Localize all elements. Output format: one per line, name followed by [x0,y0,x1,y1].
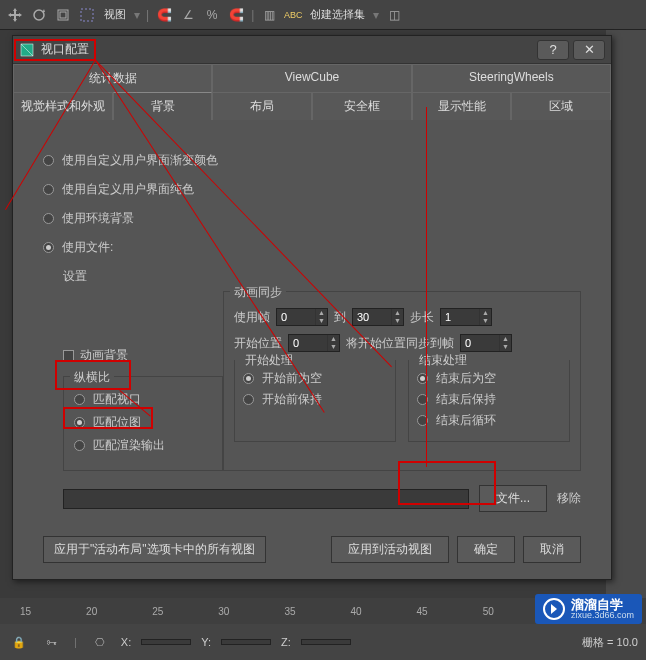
radio-label: 使用文件: [62,239,113,256]
watermark-url: zixue.3d66.com [571,611,634,620]
sync-start-label: 将开始位置同步到帧 [346,335,454,352]
radio-label: 匹配渲染输出 [93,437,165,454]
view-dropdown[interactable]: 视图 [100,7,130,22]
apply-all-button[interactable]: 应用于"活动布局"选项卡中的所有视图 [43,536,266,563]
aspect-group: 纵横比 匹配视口 匹配位图 匹配渲染输出 [63,376,223,471]
radio-end-blank[interactable]: 结束后为空 [417,370,561,387]
y-coord[interactable] [221,639,271,645]
named-sets-icon[interactable]: ▥ [258,4,280,26]
svg-rect-2 [60,12,66,18]
radio-icon [417,394,428,405]
radio-icon [43,213,54,224]
ok-button[interactable]: 确定 [457,536,515,563]
start-pos-label: 开始位置 [234,335,282,352]
radio-icon [43,242,54,253]
x-label: X: [121,636,131,648]
watermark: 溜溜自学 zixue.3d66.com [535,594,642,624]
cancel-button[interactable]: 取消 [523,536,581,563]
tab-safeframe[interactable]: 安全框 [312,92,412,120]
filter-icon[interactable]: ⎔ [89,631,111,653]
start-proc-title: 开始处理 [241,352,297,369]
scale-icon[interactable] [52,4,74,26]
mirror-icon[interactable]: ◫ [383,4,405,26]
radio-icon [243,373,254,384]
tab-background[interactable]: 背景 [113,92,213,120]
radio-icon [43,155,54,166]
file-path-input[interactable] [63,489,469,509]
radio-label: 结束后循环 [436,412,496,429]
start-pos-spinner[interactable]: ▲▼ [288,334,340,352]
frame-end-input[interactable] [353,310,391,324]
z-coord[interactable] [301,639,351,645]
angle-snap-icon[interactable]: ∠ [177,4,199,26]
tab-display-perf[interactable]: 显示性能 [412,92,512,120]
radio-icon [417,373,428,384]
radio-icon [74,440,85,451]
rotate-icon[interactable] [28,4,50,26]
radio-match-render[interactable]: 匹配渲染输出 [74,437,212,454]
viewport-config-dialog: 视口配置 ? ✕ 统计数据 ViewCube SteeringWheels 视觉… [12,35,612,580]
spinner-snap-icon[interactable]: 🧲 [225,4,247,26]
radio-start-blank[interactable]: 开始前为空 [243,370,387,387]
radio-icon [243,394,254,405]
radio-label: 结束后保持 [436,391,496,408]
radio-end-hold[interactable]: 结束后保持 [417,391,561,408]
dialog-titlebar: 视口配置 ? ✕ [13,36,611,64]
radio-label: 使用环境背景 [62,210,134,227]
anim-sync-title: 动画同步 [230,284,286,301]
y-label: Y: [201,636,211,648]
radio-env-background[interactable]: 使用环境背景 [43,210,581,227]
radio-label: 使用自定义用户界面纯色 [62,181,194,198]
radio-custom-gradient[interactable]: 使用自定义用户界面渐变颜色 [43,152,581,169]
apply-active-button[interactable]: 应用到活动视图 [331,536,449,563]
main-toolbar: 视图 ▾ | 🧲 ∠ % 🧲 | ▥ ABC 创建选择集 ▾ ◫ [0,0,646,30]
start-pos-input[interactable] [289,336,327,350]
radio-label: 结束后为空 [436,370,496,387]
radio-match-viewport[interactable]: 匹配视口 [74,391,212,408]
snap-icon[interactable]: 🧲 [153,4,175,26]
radio-start-hold[interactable]: 开始前保持 [243,391,387,408]
lock-icon[interactable]: 🔒 [8,631,30,653]
radio-match-bitmap[interactable]: 匹配位图 [74,414,212,431]
remove-button[interactable]: 移除 [557,490,581,507]
radio-label: 开始前为空 [262,370,322,387]
dialog-tabs: 统计数据 ViewCube SteeringWheels 视觉样式和外观 背景 … [13,64,611,120]
tab-regions[interactable]: 区域 [511,92,611,120]
move-icon[interactable] [4,4,26,26]
help-button[interactable]: ? [537,40,569,60]
sync-frame-input[interactable] [461,336,499,350]
frame-start-input[interactable] [277,310,315,324]
radio-icon [43,184,54,195]
tab-visual-style[interactable]: 视觉样式和外观 [13,92,113,120]
tab-steeringwheels[interactable]: SteeringWheels [412,64,611,92]
dialog-icon [19,42,35,58]
end-proc-title: 结束处理 [415,352,471,369]
svg-rect-3 [81,9,93,21]
frame-step-spinner[interactable]: ▲▼ [440,308,492,326]
settings-label: 设置 [63,268,581,285]
frame-end-spinner[interactable]: ▲▼ [352,308,404,326]
abc-icon[interactable]: ABC [282,4,304,26]
status-bar: 🔒 🗝 | ⎔ X: Y: Z: 栅格 = 10.0 [0,624,646,660]
checkbox-icon [63,350,74,361]
radio-label: 开始前保持 [262,391,322,408]
radio-use-file[interactable]: 使用文件: [43,239,581,256]
tab-layout[interactable]: 布局 [212,92,312,120]
radio-custom-solid[interactable]: 使用自定义用户界面纯色 [43,181,581,198]
sync-frame-spinner[interactable]: ▲▼ [460,334,512,352]
file-button[interactable]: 文件... [479,485,547,512]
checkbox-anim-background[interactable]: 动画背景 [63,347,223,364]
create-selection-set[interactable]: 创建选择集 [306,7,369,22]
frame-start-spinner[interactable]: ▲▼ [276,308,328,326]
tab-viewcube[interactable]: ViewCube [212,64,411,92]
x-coord[interactable] [141,639,191,645]
radio-end-loop[interactable]: 结束后循环 [417,412,561,429]
percent-snap-icon[interactable]: % [201,4,223,26]
select-icon[interactable] [76,4,98,26]
watermark-logo-icon [543,598,565,620]
start-proc-group: 开始处理 开始前为空 开始前保持 [234,360,396,442]
tab-stats[interactable]: 统计数据 [13,64,212,92]
frame-step-input[interactable] [441,310,479,324]
close-button[interactable]: ✕ [573,40,605,60]
key-icon[interactable]: 🗝 [40,631,62,653]
